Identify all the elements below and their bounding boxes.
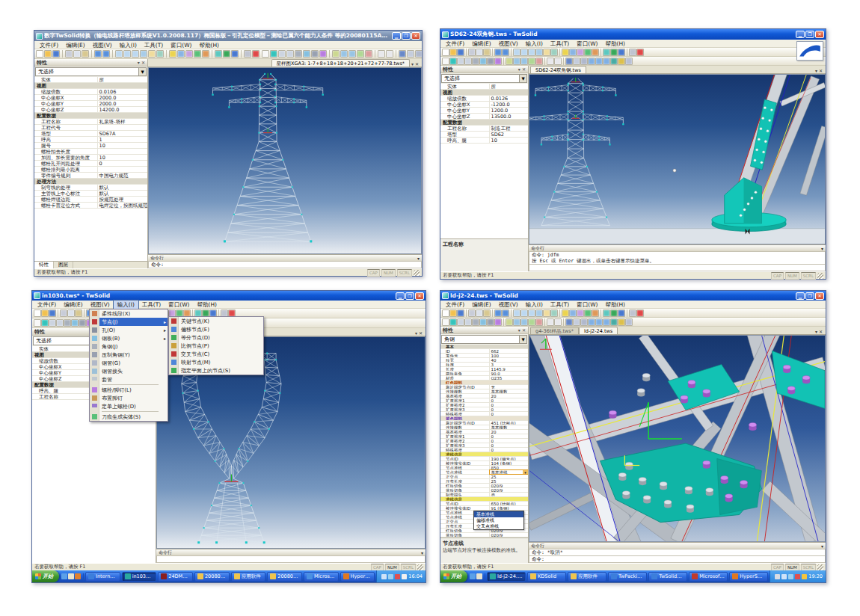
save-icon[interactable] — [457, 49, 464, 56]
plate-icon[interactable] — [303, 50, 310, 58]
pan-icon[interactable] — [148, 50, 156, 58]
cut-icon[interactable] — [468, 49, 476, 56]
node-icon[interactable] — [41, 319, 49, 327]
menu-item[interactable]: 编辑(E) — [468, 301, 495, 309]
dimension-icon[interactable] — [547, 318, 554, 326]
plate-icon[interactable] — [479, 58, 487, 65]
front-view-icon[interactable] — [595, 58, 603, 65]
alert-icon[interactable] — [636, 49, 644, 56]
cube-icon[interactable] — [610, 58, 618, 65]
menu-item[interactable]: 帮助(H) — [602, 40, 630, 48]
property-row[interactable]: 工程名称 礼泉塔-塔样 — [34, 119, 147, 125]
menu-option[interactable]: 钢管接头 — [90, 367, 168, 375]
submenu-option[interactable]: 映射节点(M) — [169, 358, 263, 366]
polyline-icon[interactable] — [464, 58, 472, 65]
paste-icon[interactable] — [82, 50, 89, 58]
shade-icon[interactable] — [565, 318, 573, 326]
new-doc-icon[interactable] — [442, 309, 449, 317]
menu-item[interactable]: 输入(I) — [116, 41, 141, 49]
trim-icon[interactable] — [365, 50, 372, 58]
taskbar-button[interactable]: 24DM遥单机 — [158, 572, 193, 582]
scale-icon[interactable] — [528, 58, 535, 65]
paste-icon[interactable] — [483, 309, 491, 317]
save-icon[interactable] — [49, 309, 56, 317]
check-model-icon[interactable] — [610, 309, 618, 317]
menu-item[interactable]: 帮助(H) — [194, 301, 221, 309]
undo-icon[interactable] — [94, 50, 102, 58]
angle-steel-icon[interactable] — [472, 318, 479, 326]
menu-item[interactable]: 帮助(H) — [196, 41, 224, 49]
menu-option[interactable]: 柔性线段(X) — [90, 309, 168, 318]
line-icon[interactable] — [457, 58, 464, 65]
property-row[interactable]: 中心坐标Z 13500.0 — [440, 114, 528, 120]
model-tree-icon[interactable] — [603, 49, 610, 56]
property-row[interactable]: 腿号 10 — [34, 143, 147, 149]
property-row[interactable]: 缩放倍数 0.0106 — [34, 89, 147, 95]
taskbar-button[interactable]: HyperSnap-DX — [340, 572, 375, 582]
property-row[interactable]: 制弯线的处理 默认 — [34, 185, 147, 191]
orbit-icon[interactable] — [550, 309, 558, 317]
move-icon[interactable] — [332, 50, 340, 58]
panel-close-icon[interactable]: ▾ ✕ — [518, 327, 526, 333]
viewport-3d[interactable] — [529, 335, 826, 542]
menu-item[interactable]: 编辑(E) — [62, 41, 89, 49]
volume-icon[interactable] — [381, 574, 387, 579]
rotate-icon[interactable] — [340, 50, 348, 58]
submenu-option[interactable]: 关键节点(K) — [169, 317, 263, 325]
command-input[interactable] — [529, 264, 826, 271]
property-row[interactable]: 主管线上中心标注 默认 — [34, 191, 147, 197]
scale-icon[interactable] — [528, 318, 535, 326]
zoom-out-icon[interactable] — [132, 50, 139, 58]
polyline-icon[interactable] — [286, 50, 294, 58]
document-tab[interactable]: SD62-24双角钢.tws — [530, 66, 586, 73]
scale-icon[interactable] — [357, 50, 364, 58]
help-icon[interactable] — [618, 49, 625, 56]
plate-icon[interactable] — [479, 318, 487, 326]
property-row[interactable]: 塔型 SD62 — [440, 132, 528, 138]
properties-icon[interactable] — [569, 309, 577, 317]
pipe-icon[interactable] — [311, 50, 319, 58]
model-tree-icon[interactable] — [215, 50, 222, 58]
iso-view-icon[interactable] — [588, 58, 595, 65]
top-view-icon[interactable] — [603, 318, 610, 326]
menu-option[interactable]: 布置脚钉 — [90, 394, 168, 402]
property-row[interactable]: 螺栓卡普定位方式 电焊定位，按图纸规范管理 — [34, 203, 147, 209]
copy-icon[interactable] — [73, 50, 81, 58]
menu-item[interactable]: 帮助(H) — [602, 301, 630, 309]
zoom-window-icon[interactable] — [115, 50, 123, 58]
property-row[interactable]: 中心坐标X 2000.0 — [34, 95, 147, 101]
menu-item[interactable]: 文件(F) — [442, 301, 468, 309]
maximize-button[interactable]: ❐ — [805, 292, 814, 300]
new-doc-icon[interactable] — [442, 49, 449, 56]
property-row[interactable]: 配置数据 — [34, 113, 147, 119]
taskbar-button[interactable]: Microso… — [304, 572, 339, 582]
close-button[interactable]: ✕ — [415, 292, 424, 300]
copy-icon[interactable] — [476, 49, 483, 56]
cut-icon[interactable] — [60, 309, 67, 317]
menu-item[interactable]: 窗口(W) — [165, 301, 193, 309]
taskbar-button[interactable]: 应用软件 — [231, 572, 266, 582]
property-row[interactable]: 中心坐标Y 2000.0 — [34, 101, 147, 107]
node-icon[interactable] — [449, 318, 457, 326]
titlebar[interactable]: in1030.tws* - TwSolid ▁ ❐ ✕ — [32, 291, 426, 301]
ucs-icon[interactable] — [618, 58, 625, 65]
materials-icon[interactable] — [592, 49, 599, 56]
menu-item[interactable]: 工具(T) — [547, 40, 573, 48]
bolt-icon[interactable] — [494, 58, 502, 65]
close-button[interactable]: ✕ — [815, 31, 824, 38]
select-icon[interactable] — [442, 318, 449, 326]
taskbar-button[interactable]: 应用软件 — [568, 572, 606, 582]
viewport-3d[interactable] — [148, 67, 422, 254]
properties-icon[interactable] — [569, 49, 577, 56]
open-folder-icon[interactable] — [44, 50, 52, 58]
ie-icon[interactable] — [61, 573, 67, 579]
mirror-icon[interactable] — [520, 318, 528, 326]
line-icon[interactable] — [457, 318, 464, 326]
combo-option[interactable]: 交叉点准线 — [474, 523, 523, 529]
angle-steel-icon[interactable] — [295, 50, 302, 58]
new-doc-icon[interactable] — [36, 50, 43, 58]
menu-option[interactable]: 钢板(B) — [90, 334, 168, 342]
property-row[interactable]: 视图 — [34, 83, 147, 89]
property-row[interactable]: 中心坐标Z 14200.0 — [34, 107, 147, 113]
help-icon[interactable] — [231, 50, 239, 58]
